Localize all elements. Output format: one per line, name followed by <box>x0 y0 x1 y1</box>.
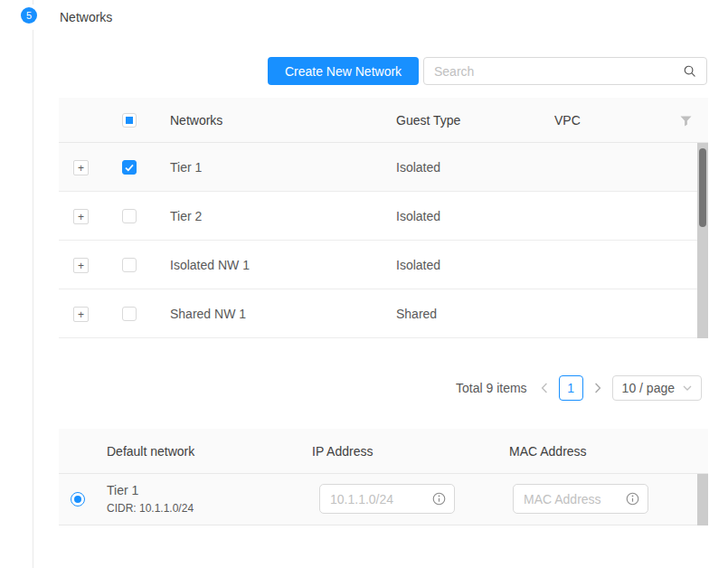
default-network-table: Default network IP Address MAC Address T… <box>59 429 708 525</box>
column-header-ip-address: IP Address <box>312 429 373 474</box>
page-size-select[interactable]: 10 / page <box>612 375 702 401</box>
default-network-cidr: CIDR: 10.1.1.0/24 <box>107 502 194 515</box>
table-scrollbar-track[interactable] <box>697 143 708 338</box>
pagination-page-1[interactable]: 1 <box>559 375 583 401</box>
networks-step-page: { "step": { "number": "5", "title": "Net… <box>0 0 728 568</box>
guest-type: Isolated <box>396 192 440 241</box>
networks-table: Networks Guest Type VPC + Tier 1 Isolate… <box>59 98 708 338</box>
step-connector-top <box>33 0 33 5</box>
column-header-mac-address: MAC Address <box>509 429 587 474</box>
table-scrollbar-track[interactable] <box>697 474 708 525</box>
create-new-network-button[interactable]: Create New Network <box>268 57 419 85</box>
row-checkbox[interactable] <box>122 307 137 321</box>
search-input[interactable] <box>434 64 683 79</box>
info-icon[interactable] <box>626 492 639 506</box>
network-row-shared-nw1[interactable]: + Shared NW 1 Shared <box>59 289 708 338</box>
column-header-networks: Networks <box>170 98 222 143</box>
default-network-row-tier1[interactable]: Tier 1 CIDR: 10.1.1.0/24 <box>59 474 708 525</box>
network-name: Shared NW 1 <box>170 289 246 338</box>
filter-icon[interactable] <box>680 115 692 129</box>
default-network-name: Tier 1 <box>107 483 138 497</box>
step-number-badge: 5 <box>21 7 37 24</box>
networks-table-header: Networks Guest Type VPC <box>59 98 708 143</box>
column-header-guest-type: Guest Type <box>396 98 460 143</box>
expand-row-button[interactable]: + <box>73 258 89 273</box>
page-size-value: 10 / page <box>622 381 675 395</box>
table-scrollbar-thumb[interactable] <box>699 148 706 227</box>
network-name: Tier 1 <box>170 143 202 192</box>
chevron-left-icon <box>541 383 548 393</box>
search-box[interactable] <box>423 57 707 85</box>
expand-row-button[interactable]: + <box>73 160 89 175</box>
column-header-default-network: Default network <box>107 429 194 474</box>
expand-row-button[interactable]: + <box>73 209 89 224</box>
mac-address-input[interactable] <box>524 492 626 506</box>
chevron-down-icon <box>683 385 692 391</box>
pagination-prev-button[interactable] <box>538 375 551 401</box>
pagination: Total 9 items 1 10 / page <box>456 375 702 401</box>
select-all-checkbox[interactable] <box>122 113 137 128</box>
row-checkbox[interactable] <box>122 258 137 272</box>
default-network-table-header: Default network IP Address MAC Address <box>59 429 708 474</box>
step-connector-line <box>33 30 33 568</box>
check-icon <box>125 164 134 172</box>
pagination-next-button[interactable] <box>591 375 604 401</box>
step-number: 5 <box>26 10 32 21</box>
info-icon[interactable] <box>432 492 446 506</box>
networks-step-content: Create New Network Networks Guest Type V… <box>59 0 708 568</box>
default-network-radio[interactable] <box>71 492 85 506</box>
row-checkbox[interactable] <box>122 209 137 223</box>
row-checkbox-checked[interactable] <box>122 160 137 175</box>
search-icon[interactable] <box>683 64 696 78</box>
guest-type: Shared <box>396 289 437 338</box>
pagination-total: Total 9 items <box>456 381 527 395</box>
mac-address-field[interactable] <box>513 484 648 514</box>
network-name: Tier 2 <box>170 192 202 241</box>
guest-type: Isolated <box>396 241 440 289</box>
column-header-vpc: VPC <box>554 98 581 143</box>
network-row-tier1[interactable]: + Tier 1 Isolated <box>59 143 708 192</box>
network-row-isolated-nw1[interactable]: + Isolated NW 1 Isolated <box>59 241 708 289</box>
chevron-right-icon <box>594 383 601 393</box>
network-name: Isolated NW 1 <box>170 241 250 289</box>
network-row-tier2[interactable]: + Tier 2 Isolated <box>59 192 708 241</box>
guest-type: Isolated <box>396 143 440 192</box>
ip-address-field[interactable] <box>319 484 455 514</box>
expand-row-button[interactable]: + <box>73 307 89 322</box>
ip-address-input[interactable] <box>330 492 432 506</box>
